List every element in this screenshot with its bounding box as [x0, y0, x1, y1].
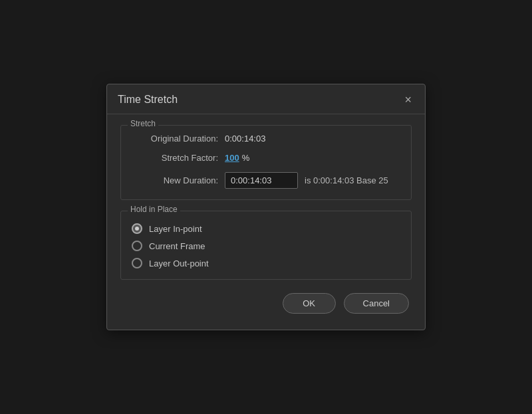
cancel-button[interactable]: Cancel — [344, 293, 409, 314]
title-bar: Time Stretch × — [107, 84, 425, 114]
radio-inner-layer-inpoint — [135, 227, 139, 231]
time-stretch-dialog: Time Stretch × Stretch Original Duration… — [106, 84, 426, 330]
dialog-title: Time Stretch — [118, 94, 178, 106]
radio-circle-layer-inpoint — [132, 223, 142, 234]
ok-button[interactable]: OK — [283, 293, 336, 314]
radio-layer-inpoint[interactable]: Layer In-point — [132, 223, 400, 234]
original-duration-row: Original Duration: 0:00:14:03 — [132, 134, 400, 144]
radio-layer-outpoint[interactable]: Layer Out-point — [132, 258, 400, 268]
original-duration-value: 0:00:14:03 — [225, 134, 265, 144]
radio-label-current-frame: Current Frame — [149, 241, 205, 251]
stretch-factor-row: Stretch Factor: 100 % — [132, 153, 400, 163]
stretch-factor-unit: % — [242, 153, 250, 163]
radio-label-layer-inpoint: Layer In-point — [149, 224, 202, 234]
stretch-section: Stretch Original Duration: 0:00:14:03 St… — [120, 125, 412, 200]
radio-label-layer-outpoint: Layer Out-point — [149, 259, 209, 268]
radio-current-frame[interactable]: Current Frame — [132, 241, 400, 251]
new-duration-extra: is 0:00:14:03 Base 25 — [305, 175, 388, 185]
new-duration-input[interactable] — [225, 172, 298, 189]
button-row: OK Cancel — [120, 293, 412, 316]
hold-in-place-section: Hold in Place Layer In-point Current Fra… — [120, 211, 412, 280]
stretch-factor-label: Stretch Factor: — [132, 153, 218, 163]
radio-circle-layer-outpoint — [132, 258, 142, 268]
stretch-section-label: Stretch — [128, 119, 158, 128]
original-duration-label: Original Duration: — [132, 134, 218, 144]
radio-circle-current-frame — [132, 241, 142, 251]
new-duration-label: New Duration: — [132, 175, 218, 185]
radio-group: Layer In-point Current Frame Layer Out-p… — [132, 223, 400, 268]
dialog-body: Stretch Original Duration: 0:00:14:03 St… — [107, 114, 425, 330]
hold-section-label: Hold in Place — [128, 205, 180, 214]
new-duration-row: New Duration: is 0:00:14:03 Base 25 — [132, 172, 400, 189]
stretch-factor-value[interactable]: 100 — [225, 153, 239, 163]
close-button[interactable]: × — [402, 92, 414, 107]
